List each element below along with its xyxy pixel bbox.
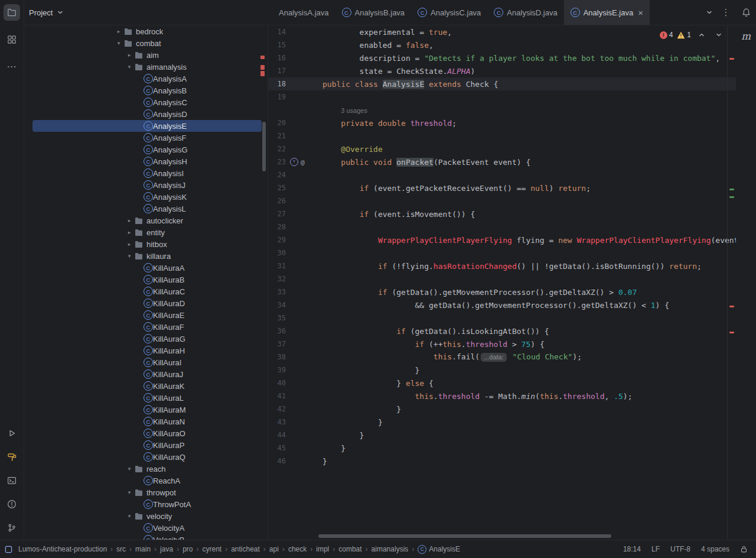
- tree-file-reacha[interactable]: CReachA: [24, 475, 268, 486]
- build-tool-button[interactable]: [4, 449, 20, 465]
- error-stripe[interactable]: [727, 25, 736, 540]
- line-separator[interactable]: LF: [651, 545, 660, 553]
- breadcrumb-item[interactable]: aimanalysis: [370, 545, 410, 553]
- line-number[interactable]: 33: [268, 288, 286, 296]
- breadcrumb-item[interactable]: CAnalysisE: [416, 545, 461, 554]
- line-number[interactable]: 37: [268, 340, 286, 348]
- tree-file-analysisi[interactable]: CAnalysisI: [24, 167, 268, 179]
- breadcrumb-item[interactable]: check: [287, 545, 308, 553]
- tree-file-analysish[interactable]: CAnalysisH: [24, 155, 268, 167]
- error-summary[interactable]: ! 4: [660, 31, 673, 39]
- line-number[interactable]: 17: [268, 67, 286, 75]
- breadcrumb-item[interactable]: Lumos-Anticheat-production: [17, 545, 108, 553]
- tree-folder-autoclicker[interactable]: ▸autoclicker: [24, 215, 268, 226]
- line-number[interactable]: 39: [268, 366, 286, 374]
- tree-file-analysisc[interactable]: CAnalysisC: [24, 96, 268, 108]
- lock-icon[interactable]: [740, 545, 748, 553]
- tab-close-icon[interactable]: ×: [638, 8, 643, 17]
- prev-problem-button[interactable]: [695, 28, 708, 41]
- tree-file-killauraa[interactable]: CKillAuraA: [24, 262, 268, 274]
- indent-style[interactable]: 4 spaces: [701, 545, 729, 553]
- breadcrumb-item[interactable]: api: [268, 545, 280, 553]
- breadcrumb-item[interactable]: anticheat: [230, 545, 261, 553]
- project-tool-header[interactable]: Project: [24, 0, 272, 25]
- tree-file-killaurac[interactable]: CKillAuraC: [24, 286, 268, 297]
- git-tool-button[interactable]: [4, 520, 20, 536]
- editor-tab[interactable]: CAnalysisE.java×: [564, 0, 650, 25]
- tree-file-throwpota[interactable]: CThrowPotA: [24, 498, 268, 510]
- line-number[interactable]: 41: [268, 392, 286, 400]
- overriding-method-icon[interactable]: ↑: [290, 158, 298, 166]
- tree-file-analysisj[interactable]: CAnalysisJ: [24, 179, 268, 191]
- tree-file-killaurak[interactable]: CKillAuraK: [24, 380, 268, 392]
- tree-file-velocitya[interactable]: CVelocityA: [24, 522, 268, 534]
- tree-file-killaurao[interactable]: CKillAuraO: [24, 427, 268, 439]
- tree-file-killaurad[interactable]: CKillAuraD: [24, 297, 268, 309]
- line-number[interactable]: 23: [268, 158, 286, 166]
- tree-folder-hitbox[interactable]: ▸hitbox: [24, 238, 268, 250]
- editor-tab[interactable]: AnalysisA.java: [272, 0, 335, 25]
- tree-folder-aimanalysis[interactable]: ▾aimanalysis: [24, 61, 268, 73]
- line-number[interactable]: 46: [268, 457, 286, 465]
- line-number[interactable]: 24: [268, 171, 286, 179]
- breadcrumb-item[interactable]: java: [159, 545, 174, 553]
- next-problem-button[interactable]: [712, 28, 725, 41]
- more-tool-windows-button[interactable]: ⋯: [4, 59, 20, 75]
- line-number[interactable]: 18: [268, 80, 286, 88]
- tree-file-killaurah[interactable]: CKillAuraH: [24, 345, 268, 356]
- line-number[interactable]: 40: [268, 379, 286, 387]
- line-number[interactable]: 15: [268, 41, 286, 49]
- tree-file-analysisd[interactable]: CAnalysisD: [24, 108, 268, 120]
- tree-file-analysisg[interactable]: CAnalysisG: [24, 144, 268, 155]
- warning-summary[interactable]: 1: [677, 31, 691, 39]
- usages-inlay-hint[interactable]: 3 usages: [341, 107, 367, 114]
- run-tool-button[interactable]: [4, 425, 20, 442]
- caret-position[interactable]: 18:14: [623, 545, 641, 553]
- tree-folder-combat[interactable]: ▾combat: [24, 37, 268, 49]
- modules-tool-button[interactable]: [4, 31, 20, 48]
- problems-tool-button[interactable]: [4, 496, 20, 512]
- breadcrumb-item[interactable]: cyrent: [201, 545, 223, 553]
- tree-folder-aim[interactable]: ▸aim: [24, 49, 268, 61]
- horizontal-scrollbar-thumb[interactable]: [318, 534, 611, 538]
- hidden-tabs-button[interactable]: [703, 6, 716, 19]
- line-number[interactable]: 26: [268, 197, 286, 205]
- line-number[interactable]: 35: [268, 314, 286, 322]
- line-number[interactable]: 45: [268, 444, 286, 452]
- tree-file-analysisf[interactable]: CAnalysisF: [24, 132, 268, 144]
- tree-file-analysise[interactable]: CAnalysisE: [24, 120, 268, 132]
- tree-file-analysisa[interactable]: CAnalysisA: [24, 73, 268, 85]
- tree-file-killauran[interactable]: CKillAuraN: [24, 416, 268, 427]
- tab-options-kebab-icon[interactable]: ⋮: [719, 6, 732, 19]
- tree-file-analysisb[interactable]: CAnalysisB: [24, 85, 268, 96]
- code-editor[interactable]: 14 experimental = true,15 enabled = fals…: [268, 25, 736, 540]
- terminal-tool-button[interactable]: [4, 472, 20, 489]
- tree-file-analysisl[interactable]: CAnalysisL: [24, 203, 268, 215]
- line-number[interactable]: 28: [268, 223, 286, 231]
- editor-tab[interactable]: CAnalysisD.java: [487, 0, 563, 25]
- tree-file-killaurap[interactable]: CKillAuraP: [24, 439, 268, 451]
- line-number[interactable]: 30: [268, 249, 286, 257]
- project-tool-button[interactable]: [4, 4, 20, 21]
- tree-file-velocityb[interactable]: CVelocityB: [24, 534, 268, 540]
- line-number[interactable]: 29: [268, 236, 286, 244]
- tree-file-analysisk[interactable]: CAnalysisK: [24, 191, 268, 203]
- tree-file-killauraq[interactable]: CKillAuraQ: [24, 451, 268, 463]
- line-number[interactable]: 16: [268, 54, 286, 62]
- tree-file-killauram[interactable]: CKillAuraM: [24, 404, 268, 416]
- tree-folder-velocity[interactable]: ▾velocity: [24, 510, 268, 522]
- line-number[interactable]: 14: [268, 28, 286, 36]
- line-number[interactable]: 21: [268, 132, 286, 140]
- line-number[interactable]: 25: [268, 184, 286, 192]
- inspections-widget[interactable]: ! 4 1: [660, 28, 725, 41]
- file-encoding[interactable]: UTF-8: [670, 545, 690, 553]
- editor-tab[interactable]: CAnalysisB.java: [335, 0, 412, 25]
- tree-folder-bedrock[interactable]: ▸bedrock: [24, 25, 268, 37]
- breadcrumb-item[interactable]: impl: [315, 545, 330, 553]
- notifications-bell-icon[interactable]: [739, 6, 752, 19]
- tree-file-killaurai[interactable]: CKillAuraI: [24, 356, 268, 368]
- tree-folder-killaura[interactable]: ▾killaura: [24, 250, 268, 262]
- line-number[interactable]: 19: [268, 93, 286, 101]
- line-number[interactable]: 27: [268, 210, 286, 218]
- tree-folder-throwpot[interactable]: ▾throwpot: [24, 486, 268, 498]
